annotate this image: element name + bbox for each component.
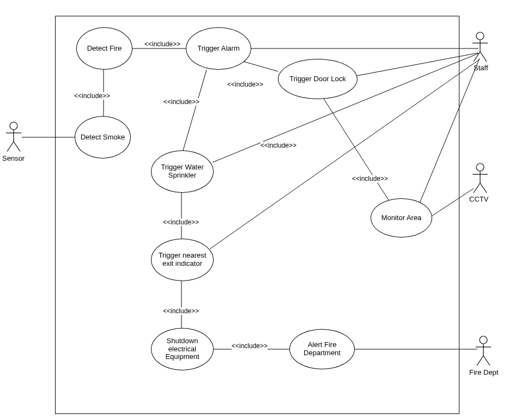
include-label: <<include>> bbox=[163, 98, 199, 106]
include-label: <<include>> bbox=[74, 92, 110, 100]
include-label: <<include>> bbox=[352, 175, 388, 182]
svg-line-13 bbox=[474, 183, 480, 193]
actor-fire-dept bbox=[472, 335, 494, 368]
usecase-monitor-area: Monitor Area bbox=[371, 198, 432, 238]
actor-cctv bbox=[469, 162, 491, 195]
usecase-label: Trigger WaterSprinkler bbox=[161, 163, 204, 180]
usecase-trigger-nearest-exit: Trigger nearestexit indicator bbox=[151, 239, 214, 281]
svg-point-0 bbox=[10, 122, 17, 130]
svg-line-8 bbox=[474, 52, 480, 62]
usecase-label: Alert FireDepartment bbox=[304, 341, 341, 357]
svg-line-4 bbox=[14, 142, 20, 151]
actor-label-fire-dept: Fire Dept bbox=[469, 368, 498, 376]
usecase-shutdown-electrical: ShutdownelectricalEquipment bbox=[151, 328, 214, 370]
svg-line-18 bbox=[477, 356, 483, 366]
usecase-trigger-alarm: Trigger Alarm bbox=[186, 27, 251, 70]
usecase-detect-smoke: Detect Smoke bbox=[75, 116, 131, 159]
usecase-trigger-water-sprinkler: Trigger WaterSprinkler bbox=[151, 150, 214, 193]
usecase-trigger-door-lock: Trigger Door Lock bbox=[278, 59, 357, 99]
usecase-label: ShutdownelectricalEquipment bbox=[165, 337, 199, 362]
svg-line-3 bbox=[7, 142, 14, 151]
include-label: <<include>> bbox=[163, 307, 199, 315]
diagram-canvas: Detect Fire Detect Smoke Trigger Alarm T… bbox=[0, 0, 509, 420]
actor-staff bbox=[469, 31, 491, 64]
usecase-label: Trigger Door Lock bbox=[289, 75, 346, 83]
svg-point-5 bbox=[476, 32, 484, 40]
usecase-detect-fire: Detect Fire bbox=[76, 27, 132, 70]
include-label: <<include>> bbox=[144, 40, 180, 48]
svg-point-15 bbox=[480, 336, 487, 344]
usecase-label: Trigger Alarm bbox=[197, 45, 240, 53]
include-label: <<include>> bbox=[232, 342, 268, 350]
include-label: <<include>> bbox=[163, 218, 199, 226]
actor-label-staff: Staff bbox=[474, 64, 488, 72]
usecase-label: Monitor Area bbox=[381, 214, 422, 222]
usecase-label: Detect Smoke bbox=[81, 133, 125, 142]
actor-sensor bbox=[3, 121, 25, 154]
svg-point-10 bbox=[476, 163, 484, 171]
svg-line-19 bbox=[483, 356, 490, 366]
include-label: <<include>> bbox=[260, 142, 296, 149]
actor-label-sensor: Sensor bbox=[2, 154, 25, 162]
usecase-label: Detect Fire bbox=[87, 45, 122, 53]
usecase-alert-fire-dept: Alert FireDepartment bbox=[289, 329, 355, 369]
svg-line-14 bbox=[480, 183, 487, 193]
svg-line-9 bbox=[480, 52, 487, 62]
include-label: <<include>> bbox=[227, 81, 263, 88]
usecase-label: Trigger nearestexit indicator bbox=[159, 252, 207, 268]
actor-label-cctv: CCTV bbox=[469, 195, 488, 203]
